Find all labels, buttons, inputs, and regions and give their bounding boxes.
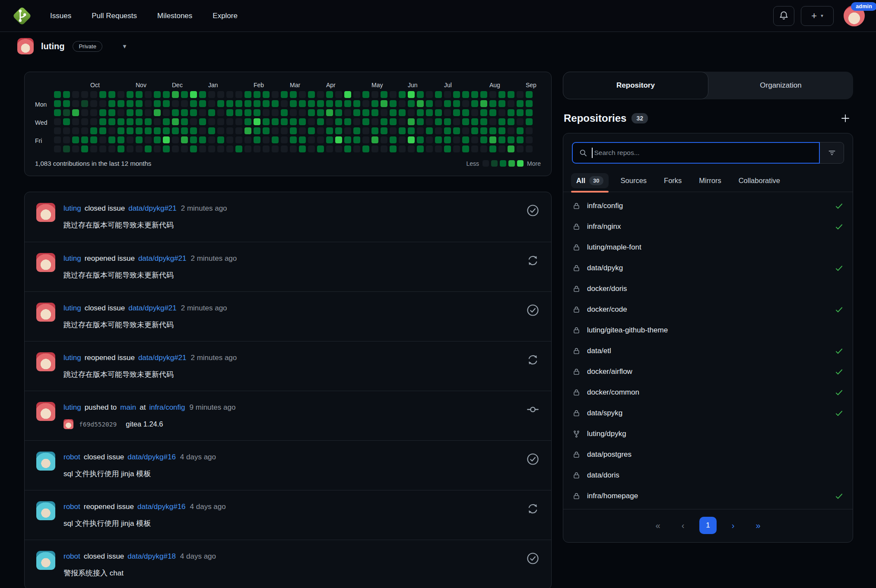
heat-cell — [99, 145, 106, 152]
heat-cell — [489, 100, 496, 107]
repo-row[interactable]: docker/airflow — [563, 361, 853, 382]
repo-row[interactable]: data/spykg — [563, 403, 853, 424]
repo-row[interactable]: data/etl — [563, 341, 853, 361]
heat-cell — [498, 91, 505, 98]
repo-row[interactable]: luting/maple-font — [563, 237, 853, 258]
feed-avatar[interactable] — [36, 501, 55, 520]
feed-avatar[interactable] — [36, 551, 55, 570]
nav-link-explore[interactable]: Explore — [213, 12, 238, 20]
feed-user-link[interactable]: luting — [63, 304, 81, 313]
filter-tab-collaborative[interactable]: Collaborative — [732, 173, 787, 191]
repo-row[interactable]: docker/code — [563, 299, 853, 320]
heat-week-column — [517, 91, 526, 155]
repo-row[interactable]: luting/dpykg — [563, 424, 853, 444]
feed-target-link[interactable]: data/dpykg#21 — [138, 254, 187, 263]
repo-row[interactable]: data/dpykg — [563, 258, 853, 278]
search-placeholder: Search repos... — [594, 149, 640, 157]
heat-cell — [326, 91, 333, 98]
heat-cell — [63, 109, 70, 116]
heat-cell — [371, 145, 378, 152]
page-nav-button[interactable]: » — [749, 517, 767, 534]
feed-user-link[interactable]: robot — [63, 503, 80, 511]
feed-avatar[interactable] — [36, 303, 55, 322]
heat-cell — [317, 91, 324, 98]
heat-cell — [136, 145, 143, 152]
feed-avatar[interactable] — [36, 452, 55, 471]
feed-avatar[interactable] — [36, 352, 55, 371]
chevron-down-icon: ▾ — [821, 13, 823, 19]
feed-item: robot closed issue data/dpykg#18 4 days … — [25, 540, 551, 588]
repo-row[interactable]: luting/gitea-github-theme — [563, 320, 853, 341]
feed-target-link[interactable]: data/dpykg#21 — [128, 204, 177, 213]
filter-tab-sources[interactable]: Sources — [614, 173, 654, 191]
feed-avatar[interactable] — [36, 253, 55, 272]
profile-dropdown-caret-icon[interactable]: ▼ — [122, 43, 127, 50]
repo-row[interactable]: infra/config — [563, 196, 853, 216]
feed-timestamp: 2 minutes ago — [181, 204, 227, 213]
tab-repository[interactable]: Repository — [563, 72, 708, 99]
filter-tab-forks[interactable]: Forks — [657, 173, 689, 191]
legend-swatch — [482, 160, 489, 167]
heat-cell — [462, 91, 469, 98]
repo-filter-button[interactable] — [820, 142, 844, 164]
feed-user-link[interactable]: robot — [63, 453, 80, 462]
nav-link-issues[interactable]: Issues — [50, 12, 71, 20]
feed-target-link[interactable]: data/dpykg#21 — [128, 304, 177, 313]
repo-row[interactable]: infra/homepage — [563, 486, 853, 506]
page-nav-button: ‹ — [674, 517, 692, 534]
heat-cell — [145, 91, 152, 98]
heat-cell — [217, 118, 224, 125]
heat-cell — [244, 100, 251, 107]
heat-cell — [489, 109, 496, 116]
tab-organization[interactable]: Organization — [708, 72, 853, 99]
create-new-button[interactable]: + ▾ — [801, 6, 834, 26]
feed-body-text: 跳过存在版本可能导致未更新代码 — [63, 320, 227, 330]
page-nav-button[interactable]: › — [724, 517, 742, 534]
heat-cell — [190, 127, 197, 134]
heat-cell — [208, 100, 215, 107]
repo-row[interactable]: data/postgres — [563, 444, 853, 465]
add-repository-button[interactable] — [840, 113, 851, 123]
feed-user-link[interactable]: luting — [63, 254, 81, 263]
heat-week-column — [254, 91, 263, 155]
repo-search-input[interactable]: Search repos... — [572, 142, 820, 164]
page-current[interactable]: 1 — [699, 517, 717, 534]
feed-target-link[interactable]: data/dpykg#16 — [137, 503, 186, 511]
day-label: Wed — [35, 118, 54, 127]
heat-week-column — [326, 91, 335, 155]
repo-row[interactable]: data/doris — [563, 465, 853, 486]
feed-avatar[interactable] — [36, 203, 55, 222]
profile-username[interactable]: luting — [41, 41, 64, 51]
heat-cell — [181, 118, 188, 125]
issue-reopened-icon — [526, 501, 540, 529]
heat-cell — [199, 127, 206, 134]
repo-row[interactable]: docker/doris — [563, 278, 853, 299]
notifications-button[interactable] — [773, 6, 794, 26]
feed-target-link[interactable]: data/dpykg#16 — [127, 453, 176, 462]
repo-row[interactable]: infra/nginx — [563, 216, 853, 237]
repo-row[interactable]: docker/common — [563, 382, 853, 403]
feed-target-link[interactable]: infra/config — [149, 403, 185, 412]
gitea-logo-icon[interactable] — [11, 5, 33, 27]
commit-hash-link[interactable]: f69d552029 — [79, 421, 117, 428]
heat-cell — [453, 145, 460, 152]
filter-tab-mirrors[interactable]: Mirrors — [692, 173, 728, 191]
feed-avatar[interactable] — [36, 402, 55, 421]
nav-link-milestones[interactable]: Milestones — [157, 12, 192, 20]
nav-link-pull-requests[interactable]: Pull Requests — [92, 12, 137, 20]
heat-cell — [254, 136, 260, 143]
heat-cell — [426, 100, 433, 107]
feed-target-link[interactable]: data/dpykg#18 — [127, 552, 176, 561]
feed-user-link[interactable]: luting — [63, 204, 81, 213]
heat-cell — [390, 109, 397, 116]
profile-avatar[interactable] — [17, 38, 34, 54]
feed-target-link[interactable]: data/dpykg#21 — [138, 354, 187, 362]
feed-branch-link[interactable]: main — [120, 403, 136, 412]
heat-cell — [81, 91, 88, 98]
feed-user-link[interactable]: luting — [63, 354, 81, 362]
feed-user-link[interactable]: robot — [63, 552, 80, 561]
heat-cell — [226, 127, 233, 134]
repositories-count-badge: 32 — [632, 113, 648, 123]
feed-user-link[interactable]: luting — [63, 403, 81, 412]
filter-tab-all[interactable]: All30 — [569, 172, 610, 192]
